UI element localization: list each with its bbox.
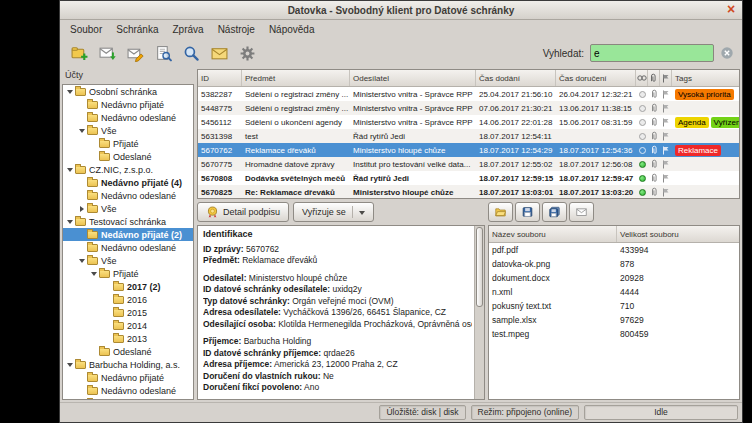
expander-icon[interactable]: [65, 87, 74, 97]
process-state-select[interactable]: Vyřizuje se: [293, 202, 374, 222]
cell-acceptance: 15.06.2017 08:31:59: [556, 118, 636, 127]
column-header-filesize[interactable]: Velikost souboru: [617, 226, 739, 242]
menu-soubor[interactable]: Soubor: [63, 22, 109, 37]
expander-icon[interactable]: [65, 360, 74, 370]
tree-item-received[interactable]: Přijaté: [63, 267, 193, 280]
tree-item-all[interactable]: Vše: [63, 254, 193, 267]
attachment-row[interactable]: pokusný text.txt710: [489, 299, 739, 313]
close-icon[interactable]: ×: [723, 1, 739, 17]
tree-item-recent-sent[interactable]: Nedávno odeslané: [63, 384, 193, 397]
tree-item-all[interactable]: Vše: [63, 124, 193, 137]
settings-button[interactable]: [234, 41, 260, 65]
expander-icon[interactable]: [89, 269, 98, 279]
scrollbar-thumb[interactable]: [476, 227, 483, 307]
compose-message-button[interactable]: [122, 41, 148, 65]
message-row[interactable]: 5631398 test Řád rytířů Jedi 18.07.2017 …: [198, 129, 739, 143]
add-account-icon: [71, 45, 88, 62]
tree-item-recent-received[interactable]: Nedávno přijaté (4): [63, 176, 193, 189]
tree-item-year[interactable]: 2014: [63, 319, 193, 332]
tree-item-all[interactable]: Vše: [63, 202, 193, 215]
column-header-sender[interactable]: Odesílatel: [350, 70, 476, 86]
attachment-row[interactable]: sample.xlsx97629: [489, 313, 739, 327]
attachment-save-button[interactable]: [515, 202, 540, 222]
expander-icon[interactable]: [65, 165, 74, 175]
expander-icon[interactable]: [77, 256, 86, 266]
send-message-button[interactable]: [206, 41, 232, 65]
column-header-delivery-time[interactable]: Čas dodání: [476, 70, 556, 86]
cell-acceptance: 13.06.2017 11:38:15: [556, 104, 636, 113]
message-row-unread[interactable]: 5670808 Dodávka světelných mečů Řád rytí…: [198, 171, 739, 185]
tree-item-recent-sent[interactable]: Nedávno odeslané: [63, 111, 193, 124]
expander-icon: [77, 386, 86, 396]
tree-item-year[interactable]: 2016: [63, 293, 193, 306]
menu-nastroje[interactable]: Nástroje: [211, 22, 262, 37]
column-header-flag[interactable]: [660, 70, 672, 86]
envelope-icon: [211, 45, 228, 62]
tree-item-recent-received[interactable]: Nedávno přijaté: [63, 98, 193, 111]
titlebar[interactable]: Datovka - Svobodný klient pro Datové sch…: [60, 1, 742, 20]
tree-item-year[interactable]: 2013: [63, 332, 193, 345]
search-input[interactable]: [590, 44, 714, 62]
cell-filesize: 800459: [617, 329, 739, 339]
column-header-attachment[interactable]: [648, 70, 660, 86]
search-message-icon: [155, 45, 172, 62]
clear-search-button[interactable]: [718, 44, 736, 62]
tree-item-account[interactable]: Testovací schránka: [63, 215, 193, 228]
folder-icon: [87, 127, 98, 135]
attachment-email-button[interactable]: [569, 202, 594, 222]
tree-item-recent-sent[interactable]: Nedávno odeslané: [63, 241, 193, 254]
menu-zprava[interactable]: Zpráva: [166, 22, 211, 37]
tree-item-account[interactable]: Osobní schránka: [63, 85, 193, 98]
search-databox-button[interactable]: [178, 41, 204, 65]
column-header-subject[interactable]: Předmět: [242, 70, 350, 86]
tree-item-year[interactable]: 2017 (2): [63, 280, 193, 293]
download-messages-button[interactable]: [94, 41, 120, 65]
cell-sender: Ministerstvo hloupé chůze: [350, 188, 476, 197]
message-row[interactable]: 5670775 Hromadné datové zprávy Institut …: [198, 157, 739, 171]
tree-item-recent-received-selected[interactable]: Nedávno přijaté (2): [63, 228, 193, 241]
tree-item-year[interactable]: 2015: [63, 306, 193, 319]
message-row[interactable]: 5448775 Sdělení o registraci změny ... M…: [198, 101, 739, 115]
tree-item-sent[interactable]: Odeslané: [63, 345, 193, 358]
cell-tags: AgendaVyřízeno: [672, 117, 740, 128]
attachment-row[interactable]: pdf.pdf433994: [489, 243, 739, 257]
tree-item-account[interactable]: Barbucha Holding, a.s.: [63, 358, 193, 371]
tree-item-all[interactable]: Vše: [63, 397, 193, 400]
cell-filesize: 878: [617, 259, 739, 269]
tree-item-label: Nedávno přijaté (2): [101, 230, 182, 240]
column-header-tags[interactable]: Tags: [672, 70, 739, 86]
cell-id: 5670825: [198, 188, 242, 197]
attachment-open-button[interactable]: [488, 202, 513, 222]
column-header-read-status[interactable]: [636, 70, 648, 86]
menu-napoveda[interactable]: Nápověda: [262, 22, 322, 37]
attachment-row[interactable]: datovka-ok.png878: [489, 257, 739, 271]
expander-icon[interactable]: [65, 217, 74, 227]
message-row-selected[interactable]: 5670762 Reklamace dřeváků Ministerstvo h…: [198, 143, 739, 157]
attachment-save-all-button[interactable]: [542, 202, 567, 222]
field-label: Doručení do vlastních rukou:: [203, 371, 321, 381]
expander-icon[interactable]: [77, 399, 86, 401]
expander-icon[interactable]: [77, 126, 86, 136]
message-row[interactable]: 5382287 Sdělení o registraci změny ... M…: [198, 87, 739, 101]
add-account-button[interactable]: [66, 41, 92, 65]
message-row[interactable]: 5456112 Sdělení o ukončení agendy Minist…: [198, 115, 739, 129]
signature-detail-button[interactable]: Detail podpisu: [197, 202, 289, 222]
message-row-unread[interactable]: 5670825 Re: Reklamace dřeváků Ministerst…: [198, 185, 739, 199]
tree-item-sent[interactable]: Odeslané: [63, 150, 193, 163]
tree-item-account[interactable]: CZ.NIC, z.s.p.o.: [63, 163, 193, 176]
expander-icon[interactable]: [77, 204, 86, 214]
menu-schranka[interactable]: Schránka: [109, 22, 165, 37]
column-header-acceptance-time[interactable]: Čas doručení: [556, 70, 636, 86]
cell-filename: datovka-ok.png: [489, 259, 617, 269]
tree-item-recent-sent[interactable]: Nedávno odeslané: [63, 189, 193, 202]
tree-item-received[interactable]: Přijaté: [63, 137, 193, 150]
column-header-id[interactable]: ID: [198, 70, 242, 86]
attachment-row[interactable]: test.mpeg800459: [489, 327, 739, 341]
search-message-button[interactable]: [150, 41, 176, 65]
detail-scrollbar[interactable]: [474, 226, 484, 399]
detail-section: Příjemce: Barbucha Holding ID datové sch…: [203, 336, 472, 394]
tree-item-recent-received[interactable]: Nedávno přijaté: [63, 371, 193, 384]
column-header-filename[interactable]: Název souboru: [489, 226, 617, 242]
attachment-row[interactable]: dokument.docx20928: [489, 271, 739, 285]
attachment-row[interactable]: n.xml4444: [489, 285, 739, 299]
